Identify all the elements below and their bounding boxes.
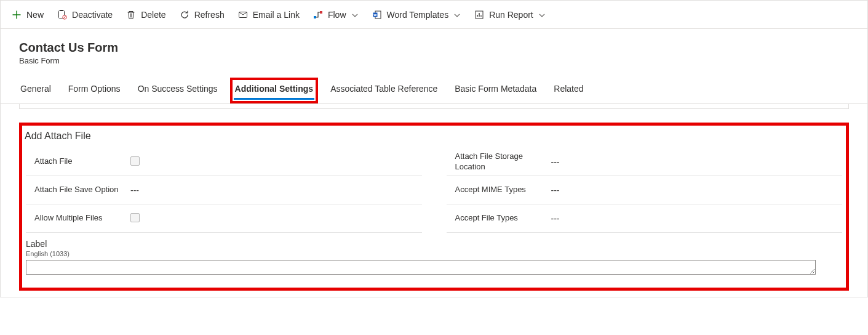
field-value: --- bbox=[551, 214, 843, 224]
new-label: New bbox=[26, 10, 44, 20]
chevron-down-icon bbox=[351, 11, 359, 18]
new-button[interactable]: New bbox=[12, 10, 44, 20]
label-block: Label English (1033) bbox=[23, 233, 845, 276]
field-label: Attach File bbox=[26, 156, 130, 167]
tab-additional-settings[interactable]: Additional Settings bbox=[234, 81, 315, 100]
field-label: Accept MIME Types bbox=[447, 185, 551, 195]
chevron-down-icon bbox=[538, 11, 546, 18]
command-bar: New Deactivate Delete Refresh Email a Li… bbox=[1, 1, 867, 29]
field-value bbox=[130, 156, 422, 168]
field-value: --- bbox=[551, 185, 843, 195]
label-language: English (1033) bbox=[26, 250, 842, 257]
section-title: Add Attach File bbox=[23, 128, 845, 148]
section-divider bbox=[19, 104, 849, 109]
svg-rect-3 bbox=[314, 16, 316, 18]
field-label: Allow Multiple Files bbox=[26, 213, 130, 224]
field-file-types[interactable]: Accept File Types --- bbox=[447, 204, 843, 233]
tab-form-options[interactable]: Form Options bbox=[67, 81, 122, 100]
flow-button[interactable]: Flow bbox=[313, 10, 359, 20]
checkbox-allow-multiple[interactable] bbox=[130, 213, 140, 222]
mail-icon bbox=[238, 10, 248, 20]
field-label: Accept File Types bbox=[447, 213, 551, 224]
plus-icon bbox=[12, 10, 22, 20]
field-label: Attach File Storage Location bbox=[447, 151, 551, 172]
field-label: Attach File Save Option bbox=[26, 185, 130, 195]
word-templates-button[interactable]: Word Templates bbox=[372, 10, 461, 20]
field-storage-location[interactable]: Attach File Storage Location --- bbox=[447, 148, 843, 176]
checkbox-attach-file[interactable] bbox=[130, 156, 140, 166]
word-icon bbox=[372, 10, 382, 20]
field-value: --- bbox=[130, 185, 422, 195]
run-report-button[interactable]: Run Report bbox=[474, 10, 546, 20]
flow-icon bbox=[313, 10, 323, 20]
app-window: New Deactivate Delete Refresh Email a Li… bbox=[0, 0, 868, 297]
deactivate-label: Deactivate bbox=[72, 10, 113, 20]
field-attach-file[interactable]: Attach File bbox=[26, 148, 422, 176]
run-report-label: Run Report bbox=[489, 10, 533, 20]
field-mime-types[interactable]: Accept MIME Types --- bbox=[447, 176, 843, 204]
deactivate-icon bbox=[57, 10, 67, 20]
field-allow-multiple[interactable]: Allow Multiple Files bbox=[26, 204, 422, 233]
field-value: --- bbox=[551, 157, 843, 167]
refresh-button[interactable]: Refresh bbox=[180, 10, 225, 20]
form-body: Add Attach File Attach File Attach File … bbox=[1, 104, 867, 297]
tabs: General Form Options On Success Settings… bbox=[1, 65, 867, 104]
label-heading: Label bbox=[26, 239, 842, 249]
page-subtitle: Basic Form bbox=[19, 56, 849, 65]
email-link-button[interactable]: Email a Link bbox=[238, 10, 300, 20]
tab-associated-table[interactable]: Associated Table Reference bbox=[329, 81, 439, 100]
field-save-option[interactable]: Attach File Save Option --- bbox=[26, 176, 422, 204]
refresh-icon bbox=[180, 10, 189, 20]
page-title: Contact Us Form bbox=[19, 40, 849, 55]
delete-button[interactable]: Delete bbox=[126, 10, 165, 20]
field-value bbox=[130, 213, 422, 224]
page-header: Contact Us Form Basic Form bbox=[1, 29, 867, 65]
attach-file-section: Add Attach File Attach File Attach File … bbox=[19, 123, 849, 291]
left-column: Attach File Attach File Save Option --- … bbox=[26, 148, 422, 233]
tab-metadata[interactable]: Basic Form Metadata bbox=[453, 81, 538, 100]
flow-label: Flow bbox=[328, 10, 346, 20]
word-templates-label: Word Templates bbox=[387, 10, 449, 20]
label-input[interactable] bbox=[26, 260, 816, 275]
tab-general[interactable]: General bbox=[19, 81, 52, 100]
refresh-label: Refresh bbox=[194, 10, 225, 20]
report-icon bbox=[474, 10, 484, 20]
delete-label: Delete bbox=[141, 10, 165, 20]
trash-icon bbox=[126, 10, 136, 20]
tab-on-success[interactable]: On Success Settings bbox=[137, 81, 219, 100]
email-link-label: Email a Link bbox=[253, 10, 300, 20]
field-columns: Attach File Attach File Save Option --- … bbox=[23, 148, 845, 233]
tab-related[interactable]: Related bbox=[552, 81, 584, 100]
right-column: Attach File Storage Location --- Accept … bbox=[447, 148, 843, 233]
chevron-down-icon bbox=[453, 11, 461, 18]
deactivate-button[interactable]: Deactivate bbox=[57, 10, 113, 20]
svg-rect-4 bbox=[320, 11, 322, 14]
